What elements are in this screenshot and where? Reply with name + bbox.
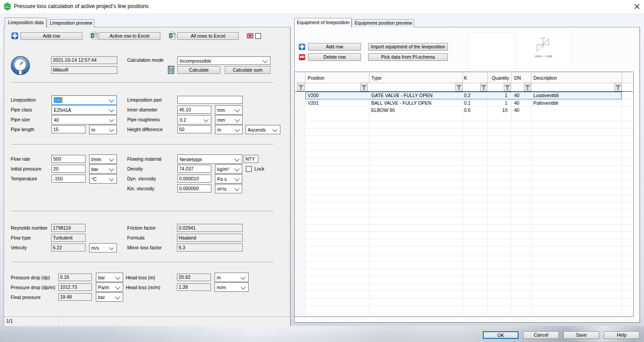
svg-text:X: X xyxy=(169,34,172,38)
svg-text:Plant: Plant xyxy=(4,6,10,9)
svg-text:X: X xyxy=(91,34,93,38)
